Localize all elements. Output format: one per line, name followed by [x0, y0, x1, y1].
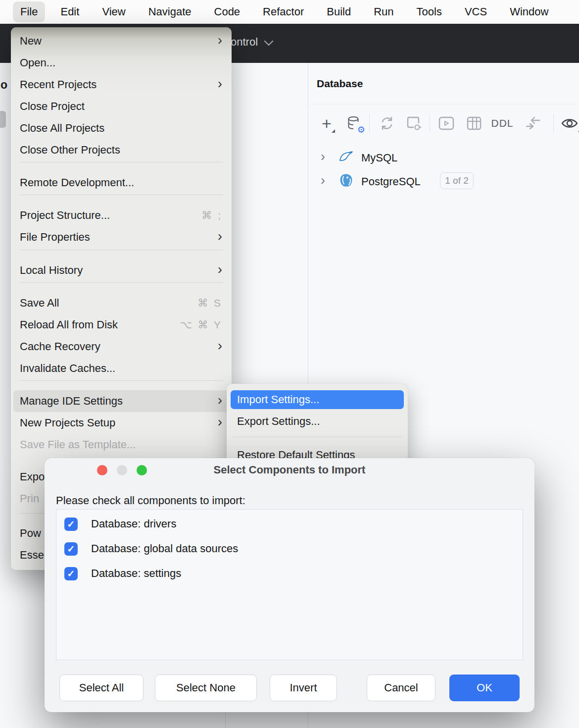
menu-item-recent-projects[interactable]: Recent Projects › — [13, 74, 229, 96]
component-row-global-data-sources[interactable]: ✓ Database: global data sources — [64, 536, 238, 561]
checkbox-checked-icon[interactable]: ✓ — [64, 567, 78, 580]
menu-separator — [233, 437, 402, 437]
menubar-item-run[interactable]: Run — [374, 5, 393, 18]
menu-item-new[interactable]: New › — [13, 30, 229, 52]
menubar-item-tools[interactable]: Tools — [417, 5, 442, 18]
hidden-text-fragment: o — [0, 78, 7, 92]
component-label: Database: drivers — [91, 518, 176, 530]
menu-bar: File Edit View Navigate Code Refactor Bu… — [0, 0, 579, 24]
ddl-button[interactable]: DDL — [490, 114, 515, 132]
shortcut-label: ⌘ ; — [201, 209, 222, 221]
menu-item-remote-development[interactable]: Remote Development... — [13, 172, 229, 194]
tree-expand-chevron-postgresql[interactable]: › — [321, 174, 325, 187]
table-icon — [467, 116, 482, 130]
jump-arrow-icon — [525, 116, 541, 131]
menu-item-new-projects-setup[interactable]: New Projects Setup › — [13, 412, 229, 434]
component-label: Database: global data sources — [91, 542, 238, 555]
jump-to-ddl-button[interactable] — [524, 114, 542, 132]
menu-item-file-properties[interactable]: File Properties › — [13, 226, 229, 248]
submenu-item-export-settings[interactable]: Export Settings... — [231, 412, 404, 431]
dialog-prompt: Please check all components to import: — [56, 494, 245, 507]
menubar-item-edit[interactable]: Edit — [60, 5, 79, 18]
menu-item-close-all-projects[interactable]: Close All Projects — [13, 117, 229, 139]
toolbar-separator — [430, 114, 430, 133]
tree-item-postgresql[interactable]: PostgreSQL — [361, 175, 421, 188]
menu-item-reload-all-from-disk[interactable]: Reload All from Disk ⌥ ⌘ Y — [13, 314, 229, 336]
checkbox-checked-icon[interactable]: ✓ — [64, 518, 78, 531]
postgresql-elephant-icon — [338, 173, 353, 188]
menubar-item-build[interactable]: Build — [327, 5, 351, 18]
submenu-arrow-icon: › — [218, 415, 222, 429]
vcs-widget-label: ontrol — [231, 36, 258, 49]
refresh-button[interactable] — [378, 114, 396, 132]
database-header-divider — [308, 104, 579, 104]
submenu-arrow-icon: › — [218, 77, 222, 91]
menu-item-manage-ide-settings[interactable]: Manage IDE Settings › — [13, 390, 229, 412]
invert-button[interactable]: Invert — [270, 675, 337, 701]
tool-window-stripe-fragment — [0, 111, 6, 128]
menu-item-local-history[interactable]: Local History › — [13, 260, 229, 281]
menubar-item-window[interactable]: Window — [510, 5, 548, 18]
menu-item-project-structure[interactable]: Project Structure... ⌘ ; — [13, 205, 229, 226]
menubar-item-navigate[interactable]: Navigate — [148, 5, 192, 18]
refresh-icon — [379, 115, 395, 131]
table-view-button[interactable] — [465, 114, 483, 132]
play-console-icon — [438, 116, 454, 130]
dialog-title: Select Components to Import — [45, 464, 534, 476]
menu-item-invalidate-caches[interactable]: Invalidate Caches... — [13, 358, 229, 379]
eye-icon — [561, 117, 579, 130]
cancel-button[interactable]: Cancel — [367, 675, 435, 701]
menubar-item-file[interactable]: File — [13, 1, 45, 22]
disconnect-button[interactable] — [405, 114, 423, 132]
menu-item-open[interactable]: Open... — [13, 52, 229, 74]
component-row-drivers[interactable]: ✓ Database: drivers — [64, 512, 176, 536]
menu-separator — [19, 195, 223, 195]
menu-separator — [19, 250, 223, 250]
submenu-arrow-icon: › — [218, 393, 222, 407]
submenu-arrow-icon: › — [218, 33, 222, 47]
menubar-item-code[interactable]: Code — [214, 5, 241, 18]
select-none-button[interactable]: Select None — [155, 675, 257, 701]
mysql-dolphin-icon — [338, 149, 353, 164]
database-panel-title: Database — [317, 78, 363, 90]
component-row-settings[interactable]: ✓ Database: settings — [64, 561, 181, 586]
chevron-down-icon — [264, 40, 274, 46]
view-options-button[interactable] — [560, 114, 579, 132]
add-data-source-button[interactable]: + — [317, 114, 336, 132]
vcs-widget[interactable]: ontrol — [231, 36, 274, 49]
shortcut-label: ⌥ ⌘ Y — [180, 319, 223, 331]
tree-expand-chevron-mysql[interactable]: › — [321, 150, 325, 163]
menu-separator — [19, 162, 223, 162]
component-label: Database: settings — [91, 567, 181, 580]
submenu-item-import-settings[interactable]: Import Settings... — [231, 390, 404, 409]
ddl-label: DDL — [491, 117, 513, 129]
submenu-arrow-icon: › — [218, 229, 222, 243]
plus-icon: + — [322, 115, 332, 132]
menu-item-close-project[interactable]: Close Project — [13, 96, 229, 117]
menu-item-cache-recovery[interactable]: Cache Recovery › — [13, 336, 229, 358]
menubar-item-vcs[interactable]: VCS — [465, 5, 487, 18]
import-components-dialog: Select Components to Import Please check… — [45, 458, 534, 712]
connection-count-badge: 1 of 2 — [440, 172, 474, 189]
submenu-arrow-icon: › — [218, 339, 222, 353]
ok-button[interactable]: OK — [449, 675, 520, 701]
database-gear-icon: ⚙ — [347, 116, 361, 131]
menubar-item-view[interactable]: View — [102, 5, 125, 18]
select-all-button[interactable]: Select All — [59, 675, 144, 701]
menu-separator — [19, 380, 223, 381]
toolbar-separator — [369, 114, 370, 133]
submenu-arrow-icon: › — [218, 262, 222, 276]
tree-item-mysql[interactable]: MySQL — [361, 152, 397, 164]
toolbar-separator — [553, 114, 554, 133]
query-console-button[interactable] — [437, 114, 455, 132]
menu-separator — [19, 282, 223, 283]
components-list: ✓ Database: drivers ✓ Database: global d… — [56, 509, 523, 660]
menubar-item-refactor[interactable]: Refactor — [263, 5, 304, 18]
shortcut-label: ⌘ S — [197, 297, 222, 309]
menu-item-save-all[interactable]: Save All ⌘ S — [13, 292, 229, 314]
checkbox-checked-icon[interactable]: ✓ — [64, 542, 78, 556]
disconnect-icon — [405, 115, 422, 132]
menu-item-save-file-as-template: Save File as Template... — [13, 434, 229, 456]
menu-item-close-other-projects[interactable]: Close Other Projects — [13, 139, 229, 161]
data-source-properties-button[interactable]: ⚙ — [345, 114, 363, 132]
